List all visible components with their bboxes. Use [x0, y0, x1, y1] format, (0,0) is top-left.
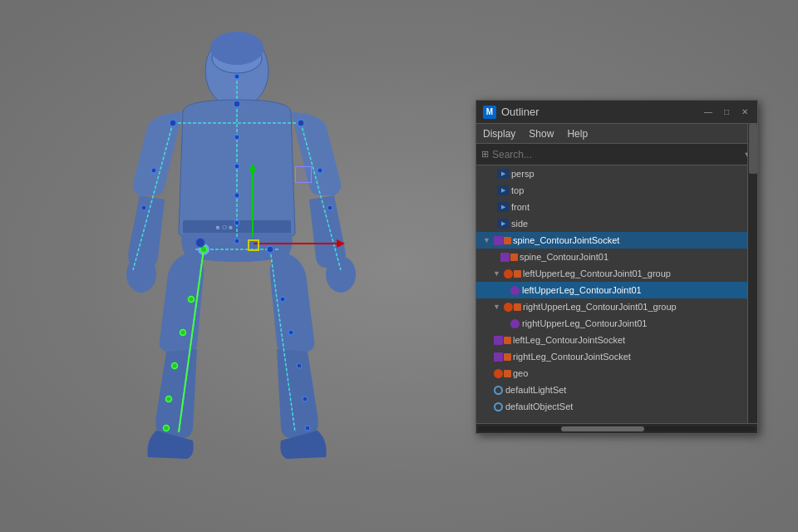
vertical-scrollbar[interactable] [747, 124, 757, 423]
search-input[interactable] [492, 149, 740, 160]
close-button[interactable]: ✕ [739, 106, 751, 118]
svg-point-17 [234, 135, 239, 140]
tree-item-leftUpper_group[interactable]: ▼leftUpperLeg_ContourJoint01_group [476, 265, 757, 282]
gizmo-x-arrow [337, 239, 345, 248]
menu-show[interactable]: Show [527, 128, 555, 140]
tree-item-label-leftLeg_socket: leftLeg_ContourJointSocket [513, 335, 625, 345]
svg-point-34 [170, 120, 176, 126]
svg-point-36 [151, 168, 156, 173]
outliner-title-left: M Outliner [483, 106, 539, 119]
tree-item-label-front: front [511, 202, 530, 212]
tree-item-label-defaultLightSet: defaultLightSet [505, 385, 566, 395]
svg-point-23 [267, 246, 273, 253]
character-figure: ■ O ■ [50, 17, 441, 515]
svg-point-19 [234, 193, 239, 198]
scroll-thumb[interactable] [561, 426, 644, 431]
gizmo-x-axis [254, 243, 337, 244]
svg-point-31 [297, 363, 302, 368]
svg-point-32 [303, 397, 308, 401]
tree-item-label-leftUpper_group: leftUpperLeg_ContourJoint01_group [523, 268, 671, 278]
tree-item-rightUpper_group[interactable]: ▼rightUpperLeg_ContourJoint01_group [476, 298, 757, 315]
outliner-tree[interactable]: ▶persp▶top▶front▶side▼spine_ContourJoint… [476, 165, 757, 423]
search-bar: ⊞ ▼ [476, 144, 757, 165]
svg-point-46 [172, 363, 178, 369]
svg-point-48 [164, 426, 170, 431]
gizmo-origin-dot [195, 238, 205, 248]
svg-point-7 [326, 256, 356, 293]
tree-item-side[interactable]: ▶side [476, 215, 757, 232]
tree-item-rightUpper_joint[interactable]: rightUpperLeg_ContourJoint01 [476, 315, 757, 332]
vscroll-thumb[interactable] [749, 124, 757, 174]
svg-point-29 [280, 297, 285, 302]
tree-item-persp[interactable]: ▶persp [476, 165, 757, 182]
svg-point-20 [234, 220, 239, 225]
outliner-titlebar: M Outliner — □ ✕ [476, 101, 757, 124]
tree-item-front[interactable]: ▶front [476, 199, 757, 215]
maya-logo-icon: M [483, 106, 496, 119]
svg-point-21 [234, 239, 239, 244]
tree-item-label-defaultObjectSet: defaultObjectSet [505, 401, 573, 411]
tree-item-defaultObjectSet[interactable]: defaultObjectSet [476, 398, 757, 415]
outliner-panel: M Outliner — □ ✕ Display Show Help ⊞ ▼ ▶… [475, 100, 758, 434]
svg-text:■ O ■: ■ O ■ [216, 224, 234, 231]
maximize-button[interactable]: □ [721, 106, 732, 118]
tree-item-defaultLightSet[interactable]: defaultLightSet [476, 382, 757, 398]
window-controls: — □ ✕ [702, 106, 751, 118]
svg-point-38 [318, 168, 323, 173]
svg-point-45 [180, 330, 186, 336]
scroll-track [478, 426, 756, 431]
svg-point-33 [305, 426, 310, 431]
svg-point-40 [234, 74, 239, 79]
tree-item-top[interactable]: ▶top [476, 182, 757, 199]
menu-help[interactable]: Help [565, 128, 589, 140]
svg-point-35 [298, 120, 304, 126]
gizmo-center-box [248, 239, 259, 251]
tree-item-spine_socket[interactable]: ▼spine_ContourJointSocket [476, 232, 757, 249]
svg-point-6 [126, 256, 156, 293]
outliner-title: Outliner [501, 106, 539, 118]
tree-item-geo[interactable]: geo [476, 365, 757, 382]
tree-item-label-leftUpper_joint: leftUpperLeg_ContourJoint01 [522, 285, 642, 295]
svg-point-3 [210, 32, 264, 65]
tree-item-label-top: top [511, 185, 524, 195]
outliner-menubar: Display Show Help [476, 124, 757, 144]
svg-point-30 [288, 330, 293, 335]
tree-item-spine_joint[interactable]: spine_ContourJoint01 [476, 249, 757, 265]
horizontal-scrollbar[interactable] [476, 423, 757, 433]
svg-point-16 [234, 101, 240, 107]
tree-item-label-spine_joint: spine_ContourJoint01 [520, 252, 608, 262]
tree-item-label-spine_socket: spine_ContourJointSocket [513, 235, 619, 245]
menu-display[interactable]: Display [481, 128, 517, 140]
tree-item-leftLeg_socket[interactable]: leftLeg_ContourJointSocket [476, 332, 757, 348]
tree-item-label-rightUpper_joint: rightUpperLeg_ContourJoint01 [522, 318, 647, 328]
tree-item-leftUpper_joint[interactable]: leftUpperLeg_ContourJoint01 [476, 282, 757, 298]
viewport: ■ O ■ M Outliner — □ ✕ Display S [0, 0, 798, 532]
tree-item-label-side: side [511, 219, 528, 229]
tree-item-label-rightUpper_group: rightUpperLeg_ContourJoint01_group [523, 302, 677, 312]
svg-point-37 [141, 205, 146, 210]
selection-box [295, 166, 312, 183]
gizmo-y-axis [252, 170, 254, 237]
svg-point-39 [328, 205, 332, 210]
tree-item-label-persp: persp [511, 169, 534, 179]
tree-item-label-geo: geo [513, 368, 528, 378]
search-icon: ⊞ [481, 149, 489, 160]
svg-point-44 [189, 297, 195, 303]
svg-point-47 [166, 397, 172, 402]
minimize-button[interactable]: — [702, 106, 714, 118]
tree-item-rightLeg_socket[interactable]: rightLeg_ContourJointSocket [476, 348, 757, 365]
svg-point-18 [234, 164, 239, 169]
gizmo-y-arrow [249, 164, 257, 172]
tree-item-label-rightLeg_socket: rightLeg_ContourJointSocket [513, 352, 631, 362]
